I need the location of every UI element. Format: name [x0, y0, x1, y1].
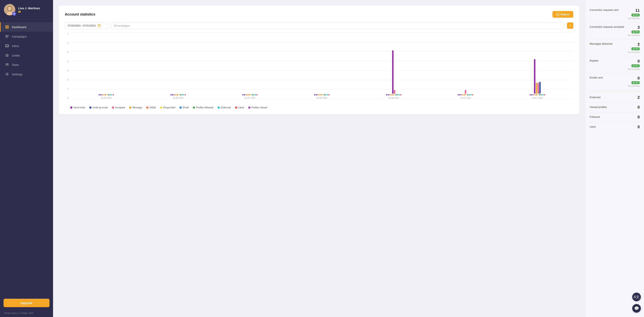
- dot: [102, 94, 103, 95]
- chart-legend: Send invite Invite by email Accepted Mes…: [65, 106, 573, 109]
- stat-value-connection-requests-accepted: 3: [638, 25, 640, 30]
- stat-from-messages-delivered: from previous: [628, 51, 640, 53]
- dot: [534, 94, 536, 95]
- dot: [113, 94, 114, 95]
- legend-label-message: Message: [132, 106, 142, 109]
- bar-accepted-jul29: [394, 90, 395, 94]
- legend-message: Message: [129, 106, 142, 109]
- stat-messages-delivered: Messages delivered 2 0% from previous: [590, 39, 640, 56]
- legend-label-profiles-followed: Profiles followed: [196, 106, 213, 109]
- stat-label-replied: Replied: [590, 59, 628, 63]
- bar-accepted-jul30: [465, 90, 466, 94]
- bar-accepted-jul31: [538, 83, 539, 94]
- sidebar-item-inbox[interactable]: Inbox: [0, 41, 53, 51]
- sidebar-item-label-leads: Leads: [12, 54, 20, 57]
- fab-translate-button[interactable]: A文: [632, 293, 641, 301]
- sidebar-item-campaigns[interactable]: Campaigns: [0, 32, 53, 41]
- stat-badge-connection-requests-sent: 0%: [632, 14, 640, 17]
- dot: [386, 94, 387, 95]
- dot: [255, 94, 256, 95]
- sidebar-item-team[interactable]: Team: [0, 60, 53, 69]
- svg-point-13: [6, 74, 8, 75]
- stat-liked: Liked 0: [590, 122, 640, 132]
- legend-label-invite-email: Invite by email: [92, 106, 108, 109]
- dot: [317, 94, 318, 95]
- dot: [182, 94, 183, 95]
- y-label-5: 5: [65, 51, 68, 53]
- legend-accepted: Accepted: [112, 106, 125, 109]
- dot: [180, 94, 181, 95]
- shield-icon: [12, 12, 16, 16]
- stats-panel: Connection requests sent 11 0% from prev…: [585, 0, 644, 317]
- campaigns-filter[interactable]: All campaigns: [111, 22, 564, 29]
- legend-dot-email: [180, 107, 182, 109]
- campaigns-icon: [5, 34, 9, 39]
- dot: [400, 94, 401, 95]
- legend-dot-accepted: [112, 107, 114, 109]
- legend-responded: Responded: [160, 106, 175, 109]
- dot: [98, 94, 100, 95]
- avatar-wrap: [4, 4, 15, 15]
- legend-label-liked: Liked: [238, 106, 244, 109]
- dots-jul31: [530, 94, 545, 95]
- dot: [472, 94, 473, 95]
- dots-jul29: [386, 94, 401, 95]
- export-button[interactable]: Export: [552, 11, 573, 18]
- badge-icon: [633, 65, 635, 67]
- dot: [110, 94, 111, 95]
- campaigns-placeholder: All campaigns: [114, 24, 130, 27]
- date-range-picker[interactable]: 07/25/2024 - 07/31/2024: [65, 22, 108, 29]
- translate-icon: A文: [634, 294, 640, 299]
- svg-rect-8: [7, 27, 9, 29]
- stat-value-viewed-profiles: 0: [638, 105, 640, 110]
- stat-emails-sent: Emails sent 0 0% from previous: [590, 73, 640, 90]
- stat-right-replied: 0 0% from previous: [628, 59, 640, 70]
- legend-label-profiles-viewed: Profiles viewed: [252, 106, 268, 109]
- legend-send-invite: Send invite: [70, 106, 85, 109]
- sidebar-item-label-settings: Settings: [12, 73, 22, 76]
- sidebar-item-leads[interactable]: Leads: [0, 51, 53, 60]
- profile-section: Lisa J. Martinez 💳: [0, 0, 53, 20]
- bar-send-invite-jul31: [534, 59, 535, 94]
- legend-endorsed: Endorsed: [218, 106, 231, 109]
- sidebar-item-label-team: Team: [12, 63, 19, 67]
- legend-invite-email: Invite by email: [90, 106, 108, 109]
- day-group-jul31: Jul 31, 2024: [530, 59, 545, 99]
- dots-jul28: [314, 94, 330, 95]
- sidebar-item-settings[interactable]: Settings: [0, 69, 53, 79]
- sidebar-item-dashboard[interactable]: Dashboard: [0, 22, 53, 32]
- dot: [248, 94, 250, 95]
- sidebar-item-label-inbox: Inbox: [12, 44, 19, 48]
- dot: [320, 94, 322, 95]
- svg-rect-6: [7, 25, 9, 27]
- main-area: Account statistics Export 07/25/2024 - 0…: [53, 0, 644, 317]
- y-label-6: 6: [65, 42, 68, 44]
- bars-jul27: [242, 94, 258, 96]
- y-label-1: 1: [65, 88, 68, 90]
- dot: [183, 94, 184, 95]
- dot: [530, 94, 531, 95]
- chart-area: 0 1 2 3 4 5 6 7: [65, 33, 573, 103]
- stat-label-followed: Followed: [590, 115, 638, 119]
- chart-inner: Jul 25, 2024: [70, 33, 573, 99]
- bar-invite-email-jul31: [539, 82, 541, 94]
- stat-label-viewed-profiles: Viewed profiles: [590, 105, 638, 109]
- dot: [536, 94, 537, 95]
- dot: [470, 94, 472, 95]
- legend-dot-profiles-followed: [193, 107, 195, 109]
- add-campaign-button[interactable]: +: [567, 23, 573, 29]
- upgrade-button[interactable]: Upgrade: [4, 299, 50, 307]
- legend-profiles-followed: Profiles followed: [193, 106, 213, 109]
- svg-rect-5: [6, 25, 7, 27]
- fab-chat-button[interactable]: 💬: [632, 304, 641, 313]
- dot: [105, 94, 106, 95]
- day-label-jul31: Jul 31, 2024: [532, 97, 543, 99]
- day-label-jul30: Jul 30, 2024: [460, 97, 471, 99]
- legend-dot-invite-email: [90, 107, 91, 109]
- dots-jul27: [242, 94, 258, 95]
- stat-label-connection-requests-sent: Connection requests sent: [590, 8, 628, 12]
- stat-from-connection-requests-sent: from previous: [628, 17, 640, 20]
- dot: [170, 94, 172, 95]
- sidebar-item-label-campaigns: Campaigns: [12, 35, 27, 38]
- dot: [538, 94, 539, 95]
